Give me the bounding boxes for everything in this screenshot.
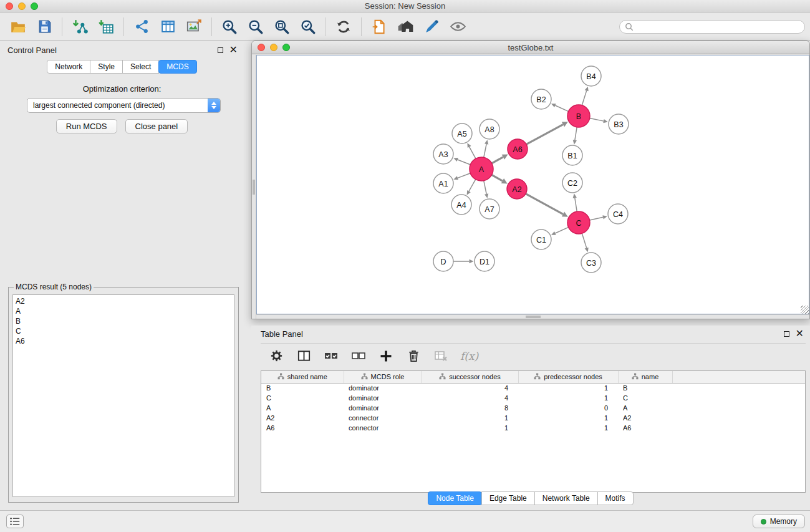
delete-column-button[interactable]	[405, 348, 422, 364]
import-network-button[interactable]	[67, 15, 93, 39]
table-cell[interactable]: connector	[344, 413, 422, 423]
edge-A2-C[interactable]	[526, 194, 563, 215]
node-D1[interactable]: D1	[475, 251, 494, 271]
node-table[interactable]: shared nameMCDS rolesuccessor nodesprede…	[261, 370, 806, 493]
edge-A6-B[interactable]	[526, 125, 563, 145]
window-titlebar[interactable]: Session: New Session	[0, 0, 810, 12]
zoom-window-button[interactable]	[31, 2, 38, 10]
node-B1[interactable]: B1	[562, 145, 582, 165]
edge-A-A7[interactable]	[484, 181, 486, 194]
node-B2[interactable]: B2	[531, 89, 551, 109]
bottom-splitter[interactable]	[256, 314, 809, 319]
search-input[interactable]	[636, 22, 799, 31]
result-item[interactable]: A6	[16, 336, 231, 346]
node-A2[interactable]: A2	[507, 179, 527, 199]
left-splitter[interactable]	[252, 55, 256, 319]
edge-A-A1[interactable]	[458, 173, 470, 178]
close-window-button[interactable]	[6, 2, 13, 10]
network-close-button[interactable]	[258, 44, 265, 51]
memory-button[interactable]: Memory	[753, 515, 805, 528]
node-B4[interactable]: B4	[581, 66, 601, 86]
node-A4[interactable]: A4	[451, 195, 471, 215]
zoom-in-button[interactable]	[216, 15, 243, 39]
delete-table-button[interactable]	[433, 348, 449, 364]
column-header-predecessor-nodes[interactable]: predecessor nodes	[518, 371, 618, 383]
edge-C-C3[interactable]	[582, 233, 586, 248]
table-cell[interactable]: A	[618, 403, 672, 413]
annotations-button[interactable]	[418, 15, 445, 39]
node-C2[interactable]: C2	[562, 173, 582, 193]
edge-A-A8[interactable]	[484, 144, 486, 157]
float-panel-icon[interactable]	[784, 331, 789, 337]
result-item[interactable]: A2	[16, 296, 231, 306]
tab-edge-table[interactable]: Edge Table	[481, 491, 535, 505]
edge-B-B2[interactable]	[555, 105, 568, 112]
import-table-button[interactable]	[93, 15, 119, 39]
table-cell[interactable]: 1	[518, 413, 618, 423]
close-panel-icon[interactable]: ✕	[229, 47, 238, 53]
table-cell[interactable]: A2	[261, 413, 344, 423]
splitter-grip[interactable]	[253, 180, 255, 195]
node-C3[interactable]: C3	[581, 253, 601, 273]
table-cell[interactable]: 1	[422, 423, 518, 433]
table-row[interactable]: A6connector11A6	[261, 423, 805, 433]
open-file-button[interactable]	[5, 15, 31, 39]
table-row[interactable]: Adominator80A	[261, 403, 805, 413]
tab-style[interactable]: Style	[90, 60, 123, 74]
node-A3[interactable]: A3	[433, 144, 453, 164]
new-table-button[interactable]	[155, 15, 181, 39]
dropdown-stepper-icon[interactable]	[208, 99, 220, 112]
zoom-out-button[interactable]	[243, 15, 269, 39]
node-A5[interactable]: A5	[452, 123, 472, 143]
task-history-button[interactable]	[6, 515, 24, 528]
network-graph[interactable]: A1A3A4A5A7A8B1B2B3B4C1C2C3C4DD1AA2A6BC	[257, 56, 809, 314]
export-image-button[interactable]	[181, 15, 207, 39]
tab-select[interactable]: Select	[122, 60, 159, 74]
column-header-shared-name[interactable]: shared name	[261, 371, 344, 383]
edge-A-A2[interactable]	[492, 175, 503, 181]
node-B3[interactable]: B3	[609, 114, 629, 134]
tab-mcds[interactable]: MCDS	[158, 60, 196, 74]
edge-B-B3[interactable]	[590, 118, 604, 122]
column-header-successor-nodes[interactable]: successor nodes	[422, 371, 518, 383]
close-panel-button[interactable]: Close panel	[125, 119, 188, 133]
mcds-result-list[interactable]: A2ABCA6	[12, 294, 234, 497]
edge-A-A4[interactable]	[469, 180, 476, 191]
split-columns-button[interactable]	[296, 348, 312, 364]
zoom-selected-button[interactable]	[295, 15, 321, 39]
open-document-button[interactable]	[366, 15, 392, 39]
run-mcds-button[interactable]: Run MCDS	[56, 119, 117, 133]
table-cell[interactable]: 1	[518, 383, 618, 393]
table-cell[interactable]: dominator	[344, 403, 422, 413]
result-item[interactable]: B	[16, 316, 231, 326]
edge-C-C1[interactable]	[555, 227, 568, 233]
edge-A-A3[interactable]	[458, 160, 471, 165]
add-column-button[interactable]	[378, 348, 394, 364]
resize-grip-icon[interactable]	[801, 306, 809, 314]
node-A6[interactable]: A6	[508, 139, 528, 159]
node-D[interactable]: D	[433, 251, 453, 271]
table-cell[interactable]: 1	[422, 413, 518, 423]
function-builder-button[interactable]: f(x)	[460, 350, 478, 362]
save-session-button[interactable]	[31, 15, 57, 39]
edge-C-C4[interactable]	[590, 217, 604, 220]
table-cell[interactable]: 4	[422, 393, 518, 403]
new-network-button[interactable]	[128, 15, 155, 39]
table-cell[interactable]: A2	[618, 413, 672, 423]
node-A8[interactable]: A8	[480, 119, 499, 139]
table-cell[interactable]: A6	[618, 423, 672, 433]
node-C[interactable]: C	[567, 211, 590, 234]
table-cell[interactable]: connector	[344, 423, 422, 433]
node-A7[interactable]: A7	[480, 199, 499, 219]
network-minimize-button[interactable]	[270, 44, 277, 51]
node-A1[interactable]: A1	[433, 173, 453, 193]
result-item[interactable]: A	[16, 306, 231, 316]
table-cell[interactable]: 0	[518, 403, 618, 413]
tab-motifs[interactable]: Motifs	[597, 491, 634, 505]
table-settings-button[interactable]	[268, 348, 284, 364]
tab-network-table[interactable]: Network Table	[534, 491, 598, 505]
minimize-window-button[interactable]	[18, 2, 26, 10]
splitter-grip[interactable]	[526, 316, 541, 318]
tab-network[interactable]: Network	[47, 60, 90, 74]
table-cell[interactable]: 1	[518, 423, 618, 433]
